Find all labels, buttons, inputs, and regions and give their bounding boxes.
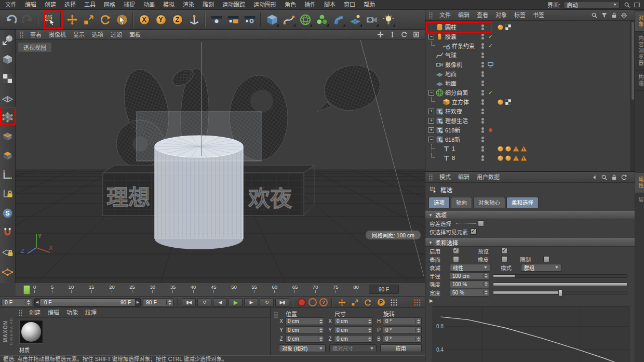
menu-item-6[interactable]: 捕捉 xyxy=(119,0,139,10)
object-manager-menu-5[interactable]: 书签 xyxy=(529,10,548,20)
attribute-tab-1[interactable]: 轴向 xyxy=(451,197,472,208)
stepper-icon[interactable] xyxy=(318,337,324,341)
stepper-icon[interactable] xyxy=(318,319,324,324)
object-manager-menu-4[interactable]: 标签 xyxy=(511,10,529,20)
points-mode-button[interactable] xyxy=(1,110,15,124)
object-row-7[interactable]: −细分曲面✓ xyxy=(425,88,630,97)
timeline-tick-45[interactable]: 45 xyxy=(211,284,217,293)
render-view-button[interactable] xyxy=(208,11,224,28)
render-settings-button[interactable] xyxy=(242,11,258,28)
timeline-tick-75[interactable]: 75 xyxy=(333,284,339,293)
object-row-1[interactable]: −胶囊✓ xyxy=(425,32,630,41)
visibility-dots[interactable] xyxy=(479,99,486,105)
visibility-dots[interactable] xyxy=(479,146,486,152)
render-picture-viewer-button[interactable] xyxy=(225,11,241,28)
object-row-13[interactable]: 1 xyxy=(425,144,630,153)
panel-tab-1[interactable]: 层 xyxy=(635,193,644,207)
size-mode-dropdown[interactable]: 绝对尺寸 xyxy=(329,344,376,352)
stepper-icon[interactable] xyxy=(367,319,372,324)
make-editable-button[interactable] xyxy=(1,33,15,47)
timeline-tick-35[interactable]: 35 xyxy=(170,284,176,293)
search-icon[interactable] xyxy=(600,173,608,181)
range-left-arrow-icon[interactable]: ◀ xyxy=(35,300,39,304)
workplane-lock-button[interactable] xyxy=(1,245,15,258)
lock-icon[interactable] xyxy=(610,173,618,181)
environment-button[interactable] xyxy=(347,11,363,28)
stepper-icon[interactable] xyxy=(318,328,324,332)
width-slider[interactable] xyxy=(493,291,627,294)
undo-button[interactable] xyxy=(3,11,19,28)
axis-lock-button[interactable] xyxy=(1,187,15,200)
value-field-strength[interactable]: 100 % xyxy=(450,280,489,288)
stepper-icon[interactable] xyxy=(483,274,489,278)
stepper-icon[interactable] xyxy=(367,337,372,341)
viewport-menu-0[interactable]: 查看 xyxy=(26,30,45,40)
range-bar[interactable]: 0 F 90 F xyxy=(40,299,135,306)
target-icon[interactable] xyxy=(620,11,628,19)
object-row-3[interactable]: 气球 xyxy=(425,50,630,60)
play-button[interactable]: ▶ xyxy=(229,298,243,307)
object-row-12[interactable]: −618新 xyxy=(425,135,630,144)
timeline-tick-65[interactable]: 65 xyxy=(292,284,298,293)
scrollbar[interactable] xyxy=(630,21,635,171)
timeline-tick-50[interactable]: 50 xyxy=(231,284,237,293)
orbit-view-icon[interactable] xyxy=(400,31,408,39)
end-frame-field[interactable]: 90 F xyxy=(143,298,173,307)
enable-axis-button[interactable] xyxy=(1,168,15,181)
state-check[interactable]: ✓ xyxy=(486,33,495,40)
material-name[interactable]: 材质 xyxy=(19,346,30,354)
attribute-tab-3[interactable]: 柔和选择 xyxy=(506,197,539,208)
visibility-dots[interactable] xyxy=(479,34,486,39)
radius-slider[interactable] xyxy=(493,274,627,278)
object-row-14[interactable]: 8 xyxy=(425,153,630,163)
autokey-button[interactable] xyxy=(308,298,317,306)
object-row-0[interactable]: 圆柱 xyxy=(425,22,630,32)
record-keyframe-button[interactable] xyxy=(298,298,306,306)
viewport-menu-4[interactable]: 过滤 xyxy=(107,30,126,40)
timeline-tick-30[interactable]: 30 xyxy=(150,284,155,293)
surface-checkbox[interactable] xyxy=(453,256,459,262)
lock-y-axis-button[interactable]: Y xyxy=(153,11,169,28)
timeline-tick-5[interactable]: 5 xyxy=(51,284,53,293)
stepper-icon[interactable] xyxy=(415,319,421,324)
menu-item-17[interactable]: 帮助 xyxy=(359,0,379,10)
quantize-button[interactable] xyxy=(1,264,15,277)
redo-button[interactable] xyxy=(19,11,35,28)
interface-dropdown[interactable]: 启动 xyxy=(564,1,620,9)
grip-icon[interactable] xyxy=(427,173,435,181)
light-button[interactable] xyxy=(380,11,396,28)
current-frame-field[interactable]: 0 F xyxy=(2,298,32,307)
record-scale-toggle[interactable] xyxy=(349,298,361,307)
monitor-icon[interactable] xyxy=(486,61,495,68)
visibility-dots[interactable] xyxy=(479,62,486,68)
visibility-dots[interactable] xyxy=(479,118,486,124)
goto-start-button[interactable]: ▮◀ xyxy=(182,298,196,307)
state-red[interactable] xyxy=(486,128,495,132)
visibility-dots[interactable] xyxy=(479,24,486,30)
grip-icon[interactable] xyxy=(272,311,280,319)
coord-field-尺寸-X[interactable]: 0 cm xyxy=(334,317,373,325)
visibility-dots[interactable] xyxy=(479,127,486,133)
collapse-icon[interactable]: − xyxy=(428,137,434,142)
search-icon[interactable] xyxy=(590,11,598,19)
visibility-dots[interactable] xyxy=(479,155,486,161)
timeline-tick-25[interactable]: 25 xyxy=(129,284,135,293)
panel-tab-2[interactable]: 构造 xyxy=(635,71,644,91)
viewport-canvas[interactable]: 理想 欢夜 Y X Z 透 xyxy=(16,40,425,283)
spline-pen-button[interactable] xyxy=(280,11,297,28)
attribute-manager-menu-0[interactable]: 模式 xyxy=(436,172,454,182)
stepper-icon[interactable] xyxy=(367,328,372,332)
value-field-radius[interactable]: 100 cm xyxy=(450,272,489,280)
menu-item-10[interactable]: 雕刻 xyxy=(198,0,218,10)
viewport-menu-1[interactable]: 摄像机 xyxy=(45,30,70,40)
visibility-dots[interactable] xyxy=(479,90,486,96)
timeline-tick-10[interactable]: 10 xyxy=(69,284,74,293)
object-manager-menu-0[interactable]: 文件 xyxy=(436,10,454,20)
enable-checkbox[interactable] xyxy=(453,248,459,254)
record-parameter-toggle[interactable]: P xyxy=(375,298,387,307)
sync-icon[interactable] xyxy=(620,173,628,181)
collapse-icon[interactable]: − xyxy=(428,34,434,39)
scrollbar-thumb[interactable] xyxy=(632,22,634,100)
record-position-toggle[interactable] xyxy=(336,298,348,307)
visibility-dots[interactable] xyxy=(479,52,486,58)
